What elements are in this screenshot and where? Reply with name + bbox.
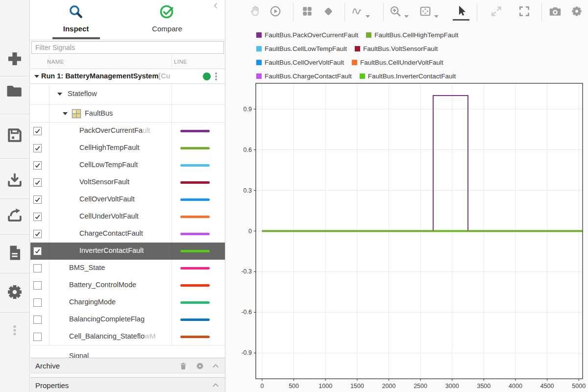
legend-row: FaultBus.PackOverCurrentFaultFaultBus.Ce… [256, 28, 458, 42]
legend-row: FaultBus.CellOverVoltFaultFaultBus.CellU… [256, 55, 458, 69]
trash-icon[interactable] [179, 362, 188, 370]
plot-settings-button[interactable] [568, 4, 585, 21]
zoom-in-button[interactable] [386, 4, 412, 21]
save-button[interactable] [0, 125, 29, 147]
signal-line-swatch [180, 147, 210, 149]
bus-row-faultbus[interactable]: FaultBus [30, 105, 225, 122]
tab-compare-label: Compare [122, 24, 213, 33]
caret-down-icon[interactable] [434, 11, 439, 14]
signal-checkbox[interactable] [33, 247, 42, 255]
signal-checkbox[interactable] [33, 281, 42, 290]
toolstrip-divider [0, 114, 30, 114]
legend-item: FaultBus.CellLowTempFault [256, 45, 347, 52]
signal-checkbox[interactable] [33, 213, 42, 221]
tab-inspect[interactable]: Inspect [30, 3, 122, 33]
signal-checkbox[interactable] [33, 230, 42, 238]
filter-wrap [30, 40, 225, 55]
filter-signals-input[interactable] [31, 41, 224, 54]
legend-label: FaultBus.CellLowTempFault [265, 45, 347, 52]
legend-swatch [360, 74, 365, 79]
toolstrip-divider [0, 312, 30, 313]
replay-button[interactable] [267, 4, 284, 21]
signal-checkbox[interactable] [33, 127, 42, 135]
signal-label: CellUnderVoltFault [79, 212, 139, 220]
collapse-triangle-icon[interactable] [57, 93, 62, 96]
signal-cursor-button[interactable] [347, 4, 373, 21]
signal-row[interactable]: CellOverVoltFault [30, 191, 225, 208]
create-report-button[interactable] [0, 243, 29, 265]
check-circle-icon [122, 3, 213, 21]
add-button[interactable] [0, 49, 29, 71]
svg-text:2500: 2500 [414, 383, 427, 390]
svg-text:3000: 3000 [445, 383, 459, 390]
run-row[interactable]: Run 1: BatteryManagementSystem[Cu [30, 69, 225, 84]
signal-label: BMS_State [69, 264, 105, 271]
signal-sidebar: Inspect Compare NAME LI [30, 0, 225, 392]
signal-row[interactable]: VoltSensorFault [30, 174, 225, 191]
signal-checkbox[interactable] [33, 298, 42, 307]
signal-row[interactable]: ChargeContactFault [30, 225, 225, 243]
zoomin-icon [389, 5, 402, 20]
fit-to-view-button[interactable] [415, 4, 443, 21]
preferences-button[interactable] [0, 282, 29, 304]
legend-label: FaultBus.CellHighTempFault [374, 31, 458, 39]
properties-collapse-chevron-icon[interactable] [211, 381, 220, 390]
signal-checkbox[interactable] [33, 196, 42, 204]
toolbar-divider [344, 3, 345, 21]
signal-row[interactable]: Battery_ControlMode [30, 277, 225, 294]
more-options-button[interactable] [0, 320, 29, 343]
signal-row[interactable]: Cell_Balancing_StateflowM [30, 328, 225, 345]
clear-plots-button[interactable] [320, 4, 337, 21]
signal-row[interactable]: CellUnderVoltFault [30, 208, 225, 225]
pointer-button[interactable] [453, 4, 469, 21]
clipped-signal-row[interactable]: Signal [30, 345, 225, 358]
signal-checkbox[interactable] [33, 333, 42, 341]
svg-text:5000: 5000 [572, 383, 586, 390]
signal-label: ChargingMode [69, 298, 116, 306]
signal-row[interactable]: BalancingCompleteFlag [30, 311, 225, 328]
collapse-triangle-icon[interactable] [63, 112, 68, 115]
signal-row[interactable]: ChargingMode [30, 294, 225, 311]
svg-text:-0.9: -0.9 [241, 349, 252, 356]
layout-button[interactable] [299, 4, 316, 21]
legend-swatch [256, 46, 262, 51]
svg-text:0: 0 [260, 383, 264, 390]
archive-section-bar[interactable]: Archive [30, 358, 225, 373]
plot-toolbar [226, 0, 588, 24]
archive-collapse-chevron-icon[interactable] [211, 362, 220, 370]
signal-line-swatch [180, 318, 210, 321]
caret-down-icon[interactable] [366, 11, 370, 14]
legend-swatch [352, 60, 357, 65]
import-button[interactable] [0, 170, 29, 193]
archive-settings-gear-icon[interactable] [196, 362, 204, 370]
signal-checkbox[interactable] [33, 144, 42, 152]
fullscreen-button[interactable] [516, 4, 533, 21]
properties-section-bar[interactable]: Properties [30, 377, 225, 392]
collapse-sidebar-icon[interactable] [212, 2, 222, 12]
legend-item: FaultBus.CellUnderVoltFault [352, 59, 443, 66]
signal-row[interactable]: InverterContactFault [30, 243, 225, 260]
open-button[interactable] [0, 81, 29, 103]
app-toolstrip [0, 0, 30, 392]
signal-checkbox[interactable] [33, 264, 42, 272]
group-row-stateflow[interactable]: Stateflow [30, 84, 225, 105]
signal-checkbox[interactable] [33, 161, 42, 170]
tab-compare[interactable]: Compare [122, 3, 213, 33]
signal-row[interactable]: CellLowTempFault [30, 157, 225, 174]
group-label: Stateflow [68, 90, 97, 98]
signal-checkbox[interactable] [33, 178, 42, 187]
snapshot-button[interactable] [547, 4, 564, 21]
svg-text:4500: 4500 [540, 383, 554, 390]
signal-checkbox[interactable] [33, 316, 42, 324]
toolstrip-divider [0, 234, 30, 235]
collapse-triangle-icon[interactable] [34, 75, 39, 78]
legend-item: FaultBus.CellOverVoltFault [256, 59, 344, 66]
signal-row[interactable]: BMS_State [30, 260, 225, 277]
caret-down-icon[interactable] [404, 11, 409, 14]
signal-row[interactable]: PackOverCurrentFault [30, 122, 225, 140]
run-menu-kebab-icon[interactable] [213, 71, 220, 82]
save-icon [5, 126, 24, 147]
signal-row[interactable]: CellHighTempFault [30, 140, 225, 157]
export-button[interactable] [0, 205, 29, 227]
time-plot[interactable]: 0500100015002000250030003500400045005000… [226, 78, 588, 392]
